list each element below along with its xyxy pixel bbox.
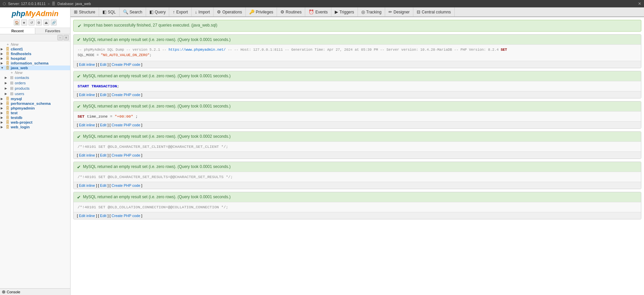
tab-search[interactable]: 🔍 Search	[120, 7, 146, 16]
edit-link-5[interactable]: Edit	[100, 183, 106, 187]
query-result-header-3: ✔ MySQL returned an empty result set (i.…	[74, 101, 641, 111]
events-icon: ⏰	[309, 9, 314, 14]
create-php-link-3[interactable]: Create PHP code	[111, 123, 140, 127]
central-columns-icon: ⊟	[417, 9, 420, 14]
home-icon[interactable]: 🏠	[14, 19, 20, 26]
sidebar-item-java-web[interactable]: ▼ 🗄 java_web	[0, 66, 70, 70]
query-links-2: [ Edit inline ] [ Edit ] [ Create PHP co…	[74, 91, 641, 98]
recent-tab[interactable]: Recent	[0, 28, 35, 34]
edit-inline-link-2[interactable]: Edit inline	[79, 93, 95, 97]
sql-icon: ◧	[102, 9, 106, 14]
tab-tracking[interactable]: ◎ Tracking	[358, 7, 385, 16]
tab-sql[interactable]: ◧ SQL	[99, 7, 120, 16]
sidebar-item-findhostels[interactable]: ▶ 🗄 findhostels	[0, 51, 70, 56]
new-label: New	[11, 42, 18, 46]
title-bar: ⬡ Server: 127.0.0.1:8111 » 🗄 Database: j…	[0, 0, 644, 7]
edit-link-1[interactable]: Edit	[100, 62, 106, 67]
link-icon[interactable]: 🔗	[51, 19, 57, 26]
query-icon: ◧	[149, 9, 153, 14]
db-label: information_schema	[11, 61, 48, 65]
sidebar-item-web-login[interactable]: ▶ 🗄 web_login	[0, 125, 70, 129]
query-code-3: SET time_zone = "+00:00" ;	[74, 111, 641, 121]
new-label: New	[15, 71, 22, 75]
tab-import[interactable]: ↓ Import	[192, 7, 214, 16]
sidebar-item-new-root[interactable]: + New	[0, 42, 70, 47]
sidebar-item-users[interactable]: ▶ ⊞ users	[0, 91, 70, 96]
query-links-1: [ Edit inline ] [ Edit ] [ Create PHP co…	[74, 61, 641, 68]
tab-privileges[interactable]: 🔑 Privileges	[246, 7, 277, 16]
tab-query[interactable]: ◧ Query	[146, 7, 170, 16]
favorites-tab[interactable]: Favorites	[35, 28, 70, 34]
create-php-link-4[interactable]: Create PHP code	[111, 153, 140, 157]
console-bar[interactable]: Console	[0, 288, 70, 295]
result-check-icon: ✔	[77, 195, 81, 200]
logo-area: phpMyAdmin 🏠 ★ ↺ ⚙ ⏏ 🔗	[0, 7, 70, 28]
db-label: hospital	[11, 56, 26, 60]
tab-designer-label: Designer	[394, 10, 410, 14]
tab-designer[interactable]: ✏ Designer	[385, 7, 413, 16]
tab-events[interactable]: ⏰ Events	[305, 7, 331, 16]
tab-operations-label: Operations	[222, 10, 242, 14]
create-php-link-5[interactable]: Create PHP code	[111, 183, 140, 187]
refresh-icon[interactable]: ↺	[29, 19, 35, 26]
sidebar-item-hospital[interactable]: ▶ 🗄 hospital	[0, 56, 70, 61]
close-button[interactable]: ✕	[638, 1, 641, 6]
collapse-all-button[interactable]: –	[57, 35, 63, 40]
logo[interactable]: phpMyAdmin	[12, 9, 58, 18]
sidebar-item-mysql[interactable]: ▶ 🗄 mysql	[0, 96, 70, 101]
tab-central-columns[interactable]: ⊟ Central columns	[413, 7, 455, 16]
result-check-icon: ✔	[77, 134, 81, 139]
edit-link-6[interactable]: Edit	[100, 214, 106, 218]
result-check-icon: ✔	[77, 164, 81, 170]
edit-inline-link-3[interactable]: Edit inline	[79, 123, 95, 127]
operations-icon: ⚙	[217, 9, 221, 14]
nav-tabs: ⊞ Structure ◧ SQL 🔍 Search ◧ Query ↑ Exp…	[71, 7, 644, 17]
sidebar-item-orders[interactable]: ▶ ⊞ orders	[0, 80, 70, 86]
sidebar-item-testdb[interactable]: ▶ 🗄 testdb	[0, 115, 70, 120]
sidebar-item-contacts[interactable]: ▶ ⊞ contacts	[0, 75, 70, 80]
toggle-icon: ▶	[1, 102, 5, 105]
db-label: performance_schema	[11, 101, 51, 106]
sidebar-item-performance-schema[interactable]: ▶ 🗄 performance_schema	[0, 101, 70, 106]
tab-routines[interactable]: ⚙ Routines	[277, 7, 305, 16]
edit-inline-link-5[interactable]: Edit inline	[79, 183, 95, 187]
edit-link-4[interactable]: Edit	[100, 153, 106, 157]
sidebar-item-new-java-web[interactable]: + New	[0, 70, 70, 75]
sidebar-item-information-schema[interactable]: ▶ 🗄 information_schema	[0, 61, 70, 66]
sidebar-item-test[interactable]: ▶ 🗄 test	[0, 111, 70, 115]
tab-export[interactable]: ↑ Export	[169, 7, 191, 16]
edit-inline-link-4[interactable]: Edit inline	[79, 153, 95, 157]
result-check-icon: ✔	[77, 37, 81, 42]
create-php-link-6[interactable]: Create PHP code	[111, 214, 140, 218]
tab-operations[interactable]: ⚙ Operations	[214, 7, 246, 16]
create-php-link-2[interactable]: Create PHP code	[111, 93, 140, 97]
table-label: orders	[15, 81, 26, 85]
query-block-1: ✔ MySQL returned an empty result set (i.…	[73, 34, 641, 68]
edit-link-3[interactable]: Edit	[100, 123, 106, 127]
sidebar-item-products[interactable]: ▶ ⊞ products	[0, 86, 70, 91]
tab-triggers[interactable]: ▶ Triggers	[331, 7, 358, 16]
toggle-icon: ▶	[1, 125, 5, 129]
edit-inline-link-1[interactable]: Edit inline	[79, 62, 95, 67]
sidebar-item-client1[interactable]: ▶ 🗄 client1	[0, 47, 70, 51]
sidebar-item-phpmyadmin[interactable]: ▶ 🗄 phpmyadmin	[0, 106, 70, 111]
tab-tracking-label: Tracking	[366, 10, 382, 14]
content-area: ⊞ Structure ◧ SQL 🔍 Search ◧ Query ↑ Exp…	[71, 7, 644, 295]
edit-inline-link-6[interactable]: Edit inline	[79, 214, 95, 218]
sidebar-item-web-project[interactable]: ▶ 🗄 web-project	[0, 120, 70, 125]
exit-icon[interactable]: ⏏	[43, 19, 49, 26]
tab-structure[interactable]: ⊞ Structure	[71, 7, 99, 16]
result-text-4: MySQL returned an empty result set (i.e.…	[83, 134, 231, 139]
sidebar-controls: – ≡	[0, 34, 70, 41]
edit-link-2[interactable]: Edit	[100, 93, 106, 97]
settings-icon[interactable]: ⚙	[36, 19, 42, 26]
triggers-icon: ▶	[335, 9, 338, 14]
tab-routines-label: Routines	[286, 10, 302, 14]
table-icon: ⊞	[9, 91, 14, 96]
star-icon[interactable]: ★	[21, 19, 27, 26]
sql-conditional-comment: /*!40101 SET @OLD_CHARACTER_SET_CLIENT=@…	[78, 144, 228, 149]
content-scroll: ✔ Import has been successfully finished,…	[71, 17, 644, 295]
create-php-link-1[interactable]: Create PHP code	[111, 62, 140, 67]
expand-links-button[interactable]: ≡	[63, 35, 69, 40]
db-icon: 🗄	[5, 66, 10, 70]
